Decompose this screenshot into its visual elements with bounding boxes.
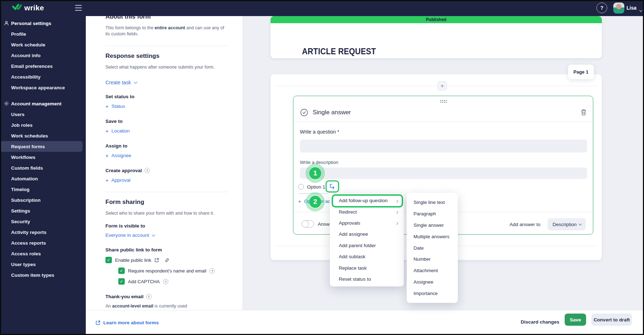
sidebar-item[interactable]: Workspace appearance (0, 82, 83, 93)
context-menu-item-label: Replace task (339, 265, 367, 271)
radio-icon[interactable] (298, 184, 304, 190)
context-menu-item[interactable]: Replace task (330, 262, 404, 273)
form-visible-label: Form is visible to (105, 223, 228, 229)
create-task-dropdown[interactable]: Create task (105, 80, 228, 85)
checkbox-checked[interactable]: ✓ (118, 278, 125, 285)
sidebar-item[interactable]: Users (0, 109, 83, 120)
submenu-item[interactable]: Assignee (407, 276, 458, 288)
sidebar-item[interactable]: Profile (0, 29, 83, 39)
submenu-item[interactable]: Multiple answers (407, 231, 458, 242)
checkbox-checked[interactable]: ✓ (118, 268, 125, 274)
help-icon[interactable]: ? (163, 279, 168, 284)
sidebar-section-personal[interactable]: Personal settings (0, 18, 86, 29)
add-question-button[interactable]: + (437, 81, 447, 91)
drag-handle-icon[interactable] (440, 100, 447, 103)
follow-up-branch-icon[interactable] (329, 184, 336, 189)
convert-to-draft-button[interactable]: Convert to draft (591, 314, 632, 326)
submenu-item[interactable]: Number (407, 254, 458, 265)
sidebar-item[interactable]: Access roles (0, 248, 83, 259)
help-icon[interactable]: ? (144, 168, 150, 173)
sidebar-section-account[interactable]: Account management (0, 98, 86, 109)
mandatory-toggle[interactable] (302, 220, 314, 228)
add-answer-to-value: Description (553, 222, 577, 227)
learn-more-label: Learn more about forms (103, 320, 159, 325)
sidebar-item[interactable]: Work schedules (0, 130, 83, 141)
help-icon[interactable]: ? (209, 268, 215, 274)
form-visibility-dropdown[interactable]: Everyone in account (105, 232, 228, 238)
add-status-button[interactable]: +Status (105, 103, 228, 109)
add-assignee-button[interactable]: +Assignee (105, 152, 228, 159)
submenu-item[interactable]: Date (407, 242, 458, 254)
submenu-item[interactable]: Attachment (407, 265, 458, 276)
context-menu-item[interactable]: Approvals (330, 218, 404, 229)
enable-public-link-label: Enable public link (115, 258, 151, 263)
page-chip[interactable]: Page 1 (568, 65, 594, 79)
sidebar-item-label: Custom item types (11, 272, 54, 278)
sidebar-item[interactable]: Automation (0, 173, 83, 184)
submenu-item[interactable]: Importance (407, 288, 458, 299)
sidebar-account-items: Users Job roles Work schedules Request f… (0, 109, 86, 280)
set-status-label: Set status to (105, 94, 228, 99)
sidebar-item[interactable]: Job roles (0, 120, 83, 130)
sidebar-item[interactable]: Account info (0, 50, 83, 61)
sidebar-item[interactable]: Subscription (0, 195, 83, 205)
context-menu-item[interactable]: Redirect (330, 206, 404, 217)
add-answer-to-dropdown[interactable]: Description (548, 218, 586, 230)
help-icon[interactable]: ? (146, 294, 152, 299)
sidebar-item[interactable]: Activity reports (0, 227, 83, 238)
save-to-label: Save to (105, 119, 228, 124)
submenu-item[interactable]: Single answer (407, 220, 458, 231)
wrike-logo[interactable]: wrike (12, 3, 44, 12)
user-avatar[interactable] (613, 2, 624, 14)
context-menu-item[interactable]: Reset status to (330, 274, 404, 285)
divider (276, 86, 597, 86)
checkbox-checked[interactable]: ✓ (105, 257, 112, 263)
sidebar-item-label: Accessibility (11, 74, 41, 80)
add-location-button[interactable]: +Location (105, 128, 228, 134)
context-menu-item[interactable]: Add assignee (330, 229, 404, 240)
sidebar-item[interactable]: Email preferences (0, 61, 83, 71)
sidebar-item[interactable]: Accessibility (0, 71, 83, 82)
sidebar-item[interactable]: Security (0, 216, 83, 227)
sidebar-section-label: Personal settings (11, 21, 51, 26)
sidebar-item-label: Access roles (11, 251, 41, 256)
user-menu[interactable]: Lisa (626, 5, 636, 11)
save-button[interactable]: Save (565, 314, 586, 326)
sidebar-item[interactable]: Work schedule (0, 39, 83, 50)
plus-icon: + (105, 177, 109, 183)
description-input[interactable] (300, 168, 587, 179)
link-icon[interactable] (164, 258, 170, 262)
add-assignee-label: Assignee (112, 153, 132, 158)
add-approval-label: Approval (112, 178, 130, 183)
external-link-icon[interactable] (154, 258, 159, 262)
top-bar: wrike ? Lisa (0, 0, 644, 16)
learn-more-link[interactable]: Learn more about forms (95, 320, 159, 325)
sidebar-item[interactable]: Access reports (0, 238, 83, 248)
submenu-item[interactable]: Single line text (407, 197, 458, 208)
context-menu-item[interactable]: Add follow-up question (330, 195, 404, 206)
chevron-down-icon (134, 80, 137, 84)
sidebar-item[interactable]: Settings (0, 205, 83, 216)
help-icon[interactable]: ? (596, 2, 607, 13)
question-input[interactable] (300, 140, 587, 152)
published-banner: Published (271, 16, 602, 23)
discard-changes-button[interactable]: Discard changes (521, 319, 559, 325)
submenu-chevron-icon (396, 198, 398, 203)
sidebar-item[interactable]: Request forms (0, 141, 83, 152)
context-menu-item[interactable]: Add subtask (330, 251, 404, 262)
about-form-body: This form belongs to the entire account … (105, 25, 227, 37)
sidebar-item[interactable]: Custom fields (0, 162, 83, 173)
sidebar-item[interactable]: Timelog (0, 184, 83, 195)
add-answer-to-label: Add answer to (510, 222, 540, 227)
sidebar-item[interactable]: Custom item types (0, 270, 83, 280)
trash-icon[interactable] (581, 109, 586, 117)
sidebar-item[interactable]: User types (0, 259, 83, 270)
submenu-item[interactable]: Paragraph (407, 208, 458, 220)
sidebar-item[interactable]: Workflows (0, 152, 83, 162)
add-approval-button[interactable]: +Approval (105, 177, 228, 183)
chevron-down-icon (640, 6, 642, 13)
menu-hamburger-icon[interactable] (75, 5, 82, 11)
create-approval-label: Create approval? (105, 168, 228, 173)
context-menu-item[interactable]: Add parent folder (330, 240, 404, 251)
about-form-title: About this form (105, 16, 228, 20)
